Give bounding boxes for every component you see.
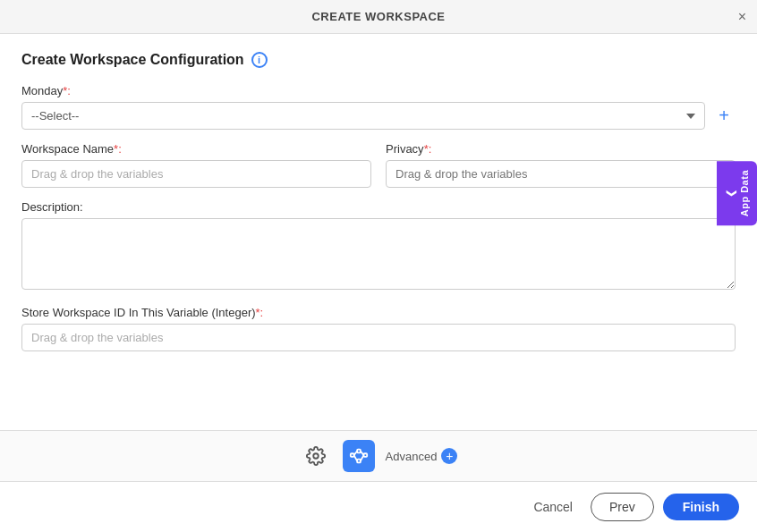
svg-line-8 <box>360 455 363 460</box>
privacy-col: Privacy*: ▼ <box>386 142 736 188</box>
finish-button[interactable]: Finish <box>663 494 739 520</box>
monday-select[interactable]: --Select-- <box>21 102 705 130</box>
svg-line-6 <box>353 455 357 460</box>
advanced-label: Advanced <box>386 450 438 463</box>
store-id-field-group: Store Workspace ID In This Variable (Int… <box>21 306 736 351</box>
description-field-group: Description: <box>21 200 736 293</box>
svg-rect-1 <box>350 453 353 457</box>
modal-container: CREATE WORKSPACE × Create Workspace Conf… <box>0 0 757 532</box>
gear-button[interactable] <box>300 440 332 472</box>
monday-select-wrapper: --Select-- + <box>21 102 736 130</box>
gear-icon <box>306 446 326 466</box>
svg-line-7 <box>360 452 363 456</box>
app-data-tab[interactable]: ❮ App Data <box>717 161 757 225</box>
workspace-name-label: Workspace Name*: <box>21 142 371 156</box>
privacy-dropdown-wrapper: ▼ <box>386 160 736 188</box>
modal-actions: Cancel Prev Finish <box>0 481 757 532</box>
section-title-text: Create Workspace Configuration <box>21 52 244 68</box>
monday-add-button[interactable]: + <box>712 105 736 128</box>
footer-bar: Advanced + <box>0 430 757 481</box>
privacy-label: Privacy*: <box>386 142 736 156</box>
app-data-chevron: ❮ <box>724 189 736 198</box>
info-icon[interactable]: i <box>251 52 268 68</box>
svg-point-0 <box>313 453 319 459</box>
close-button[interactable]: × <box>738 10 746 24</box>
name-privacy-row: Workspace Name*: Privacy*: ▼ <box>21 142 736 188</box>
store-id-label: Store Workspace ID In This Variable (Int… <box>21 306 736 319</box>
prev-button[interactable]: Prev <box>591 493 654 521</box>
modal-header: CREATE WORKSPACE × <box>0 0 757 34</box>
network-icon <box>349 446 369 466</box>
description-textarea[interactable] <box>21 218 736 290</box>
monday-label: Monday*: <box>21 84 736 97</box>
modal-body: Create Workspace Configuration i Monday*… <box>0 34 757 430</box>
store-id-input[interactable] <box>21 324 736 351</box>
monday-field-group: Monday*: --Select-- + <box>21 84 736 130</box>
svg-line-5 <box>353 452 357 456</box>
advanced-button[interactable]: Advanced + <box>386 448 458 464</box>
section-title-row: Create Workspace Configuration i <box>21 52 736 68</box>
svg-rect-3 <box>357 460 361 463</box>
modal-title: CREATE WORKSPACE <box>311 10 445 23</box>
description-label: Description: <box>21 200 736 214</box>
advanced-plus-icon: + <box>441 448 457 464</box>
workspace-name-input[interactable] <box>21 160 371 188</box>
cancel-button[interactable]: Cancel <box>524 494 582 519</box>
svg-rect-2 <box>357 450 361 453</box>
svg-rect-4 <box>363 453 367 457</box>
workspace-name-col: Workspace Name*: <box>21 142 371 188</box>
app-data-text: App Data <box>739 170 750 216</box>
privacy-input[interactable] <box>386 160 736 188</box>
app-data-label[interactable]: ❮ App Data <box>717 161 757 225</box>
network-button[interactable] <box>343 440 375 472</box>
